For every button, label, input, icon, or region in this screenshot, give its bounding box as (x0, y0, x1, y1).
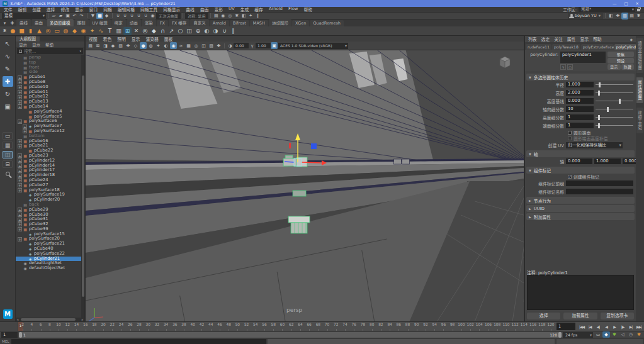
checkbox[interactable] (568, 131, 572, 135)
viewport-toggle-icon[interactable]: ▨ (208, 42, 215, 49)
selection-mask-icon[interactable]: ▼ (89, 13, 96, 19)
viewport-toggle-icon[interactable]: ✚ (215, 42, 222, 49)
expand-toggle-icon[interactable]: + (18, 169, 22, 173)
playback-button[interactable]: |▶ (619, 323, 626, 330)
outliner-menu-item[interactable]: 帮助 (45, 42, 54, 48)
expand-toggle-icon[interactable]: + (18, 222, 22, 226)
outliner-item[interactable]: + ▦ pCube12 (16, 94, 84, 99)
render-icon[interactable]: ✱ (234, 13, 240, 19)
toolbox-tool-button[interactable]: ↻ (3, 89, 13, 99)
menu-item[interactable]: 变形 (215, 6, 223, 13)
animation-control-icon[interactable]: ✱ (611, 331, 618, 338)
show-button[interactable]: 显示 (607, 64, 621, 70)
viewport-menu-item[interactable]: 视图 (89, 36, 98, 42)
expand-toggle-icon[interactable]: + (18, 183, 22, 187)
filter-icon[interactable] (19, 50, 22, 53)
expand-toggle-icon[interactable] (23, 193, 27, 197)
outliner-item[interactable]: + ▦ pCube29 (16, 208, 84, 213)
shelf-tab[interactable]: 曲面 (31, 19, 46, 26)
shelf-tab[interactable]: QuadRemesh (310, 20, 343, 26)
outliner-item[interactable]: + ▦ pCube30 (16, 213, 84, 218)
playback-button[interactable]: ◀| (594, 323, 602, 330)
current-frame-field[interactable]: 1 (556, 323, 575, 330)
expand-toggle-icon[interactable]: + (23, 129, 27, 133)
expand-toggle-icon[interactable] (18, 267, 22, 271)
expand-toggle-icon[interactable]: + (18, 213, 22, 217)
outliner-item[interactable]: ▤ side (16, 70, 84, 75)
attribute-value-field[interactable]: 1.000 (566, 82, 594, 87)
shelf-tool-icon[interactable]: ∪ (220, 27, 229, 35)
quick-layout-button[interactable]: ▦ (3, 141, 13, 149)
playback-button[interactable]: ▶| (627, 323, 635, 330)
tag-input-field[interactable] (566, 189, 633, 194)
shelf-tool-icon[interactable]: ✕ (132, 27, 140, 35)
expand-toggle-icon[interactable]: + (18, 75, 22, 80)
render-icon[interactable]: ◉ (220, 13, 227, 19)
expand-toggle-icon[interactable] (23, 109, 27, 114)
shelf-tab[interactable]: XGen (292, 20, 310, 26)
viewport-menu-item[interactable]: 渲染器 (145, 36, 158, 42)
focus-button[interactable]: 聚焦 (607, 52, 634, 57)
shelf-tool-icon[interactable]: T (106, 27, 114, 35)
expand-toggle-icon[interactable] (23, 149, 27, 153)
render-icon[interactable]: ‖ (254, 13, 261, 19)
gamma-field[interactable]: 1.00 (256, 43, 271, 48)
attribute-value-field[interactable]: 1 (566, 123, 594, 128)
panel-toggle-icon[interactable]: ✱ (635, 13, 642, 19)
outliner-item[interactable]: + ▦ pCube10 (16, 85, 84, 90)
exposure-icon[interactable]: ◑ (227, 42, 234, 49)
menu-item[interactable]: 选择 (47, 6, 55, 13)
expand-toggle-icon[interactable]: + (18, 95, 22, 99)
attribute-slider[interactable] (596, 90, 633, 96)
account-menu[interactable]: boyuan YU ▾ (568, 13, 603, 19)
outliner-item[interactable]: ◈ pCylinder20 (16, 197, 84, 203)
viewport-toggle-icon[interactable]: ◍ (147, 42, 154, 49)
playback-button[interactable]: ▶ (611, 323, 618, 330)
expand-toggle-icon[interactable] (23, 252, 27, 256)
shelf-tab[interactable]: FX 缓存 (169, 19, 189, 26)
presets-button[interactable]: 预设 (607, 58, 634, 64)
outliner-menu-item[interactable]: 显示 (32, 42, 40, 48)
shelf-tool-icon[interactable]: ◎ (44, 27, 52, 35)
menu-item[interactable]: 显示 (75, 6, 84, 13)
menu-item[interactable]: 网格 (103, 6, 112, 13)
menu-item[interactable]: 创建 (32, 6, 41, 13)
viewport-toggle-icon[interactable]: ⊠ (94, 42, 101, 49)
expand-toggle-icon[interactable]: + (18, 218, 22, 222)
shelf-tool-icon[interactable]: ⊕ (194, 27, 202, 35)
animation-control-icon[interactable]: ◆ (602, 331, 610, 338)
shelf-tab[interactable]: 渲染 (142, 19, 156, 26)
collapsed-section-header[interactable]: 附加属性 (526, 213, 635, 220)
attribute-editor-menu-item[interactable]: 显示 (580, 36, 589, 42)
outliner-item[interactable]: + ▦ pCube11 (16, 90, 84, 95)
shelf-tool-icon[interactable]: ↗ (167, 27, 176, 35)
animation-control-icon[interactable]: ▭ (594, 331, 602, 338)
viewport-menu-item[interactable]: 照明 (117, 36, 126, 42)
expand-toggle-icon[interactable]: + (18, 80, 22, 84)
expand-toggle-icon[interactable]: + (18, 237, 22, 241)
viewport-toggle-icon[interactable]: ✚ (125, 42, 132, 49)
viewport-toggle-icon[interactable]: ◫ (200, 42, 207, 49)
expand-toggle-icon[interactable]: + (23, 125, 27, 129)
viewport-toggle-icon[interactable]: ◆ (110, 42, 116, 49)
file-icon[interactable]: ▣ (64, 13, 71, 19)
attribute-editor-menu-item[interactable]: 选定 (541, 36, 550, 42)
window-control-button[interactable]: ▢ (624, 1, 628, 6)
attribute-slider[interactable] (596, 106, 633, 112)
viewport-toggle-icon[interactable]: ▦ (185, 42, 192, 49)
shelf-tool-icon[interactable]: ▮ (26, 27, 35, 35)
panel-toggle-icon[interactable]: ▤ (628, 13, 635, 19)
viewport-toggle-icon[interactable]: ▧ (117, 42, 124, 49)
footer-button[interactable]: 加载属性 (563, 313, 597, 319)
shelf-tool-icon[interactable]: ∥ (229, 27, 237, 35)
sidebar-tab[interactable]: 通道盒/层编辑器 (636, 38, 643, 73)
attribute-value-field[interactable]: 0.000 (566, 98, 594, 104)
file-icon[interactable]: ▱ (50, 13, 57, 19)
drag-handle-icon[interactable]: ↰ (560, 64, 566, 70)
viewport-menu-item[interactable]: 显示 (132, 36, 140, 42)
section-header-component-tags[interactable]: 组件标记 (526, 167, 635, 174)
snap-icon[interactable]: ∪ (128, 13, 135, 19)
lock-workspace-icon[interactable] (637, 9, 640, 11)
viewport-toggle-icon[interactable]: ≈ (178, 42, 184, 49)
attribute-editor-menu-item[interactable]: 属性 (567, 36, 576, 42)
